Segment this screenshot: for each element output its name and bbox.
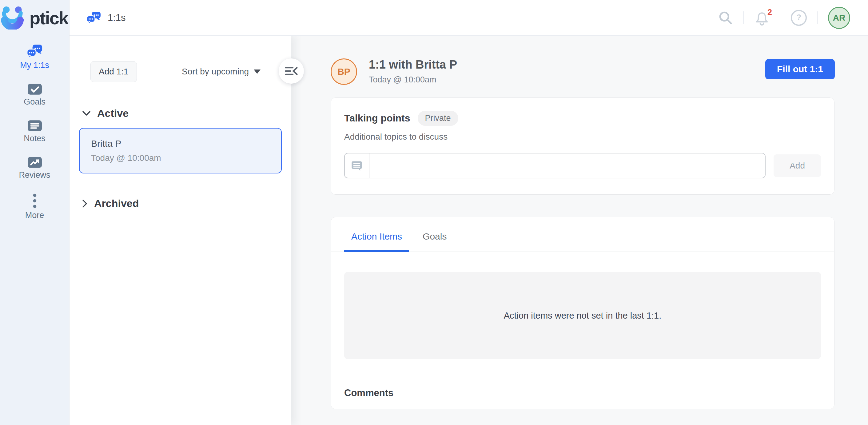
- sidebar-item-label: More: [25, 211, 44, 220]
- action-items-empty-message: Action items were not set in the last 1:…: [504, 310, 661, 321]
- action-items-empty-state: Action items were not set in the last 1:…: [344, 272, 821, 359]
- sidebar-nav: My 1:1s Goals Notes: [0, 35, 69, 220]
- add-talking-point-button[interactable]: Add: [774, 154, 821, 177]
- uptick-logo[interactable]: ptick: [0, 0, 69, 35]
- talking-points-subtitle: Additional topics to discuss: [344, 132, 821, 142]
- meeting-name: Britta P: [91, 138, 281, 149]
- meeting-person-initials: BP: [337, 66, 350, 77]
- tabs-bar: Action Items Goals: [331, 217, 834, 252]
- active-section-toggle[interactable]: Active: [83, 107, 291, 119]
- archived-section-toggle[interactable]: Archived: [83, 197, 291, 209]
- sidebar-item-more[interactable]: More: [0, 193, 69, 220]
- talking-points-title-row: Talking points Private: [344, 111, 821, 126]
- chat-bubbles-icon: [27, 44, 43, 58]
- search-icon[interactable]: [718, 10, 733, 25]
- sidebar-item-reviews[interactable]: Reviews: [0, 157, 69, 180]
- sort-dropdown[interactable]: Sort by upcoming: [182, 67, 260, 76]
- notes-icon: [28, 120, 42, 131]
- sidebar-item-label: Goals: [24, 97, 45, 107]
- topbar-divider: [743, 11, 744, 24]
- tab-goals[interactable]: Goals: [415, 231, 454, 252]
- goals-check-icon: [28, 84, 42, 95]
- caret-down-icon: [254, 69, 260, 74]
- uptick-logo-u-icon: [1, 6, 28, 30]
- meeting-time: Today @ 10:00am: [91, 153, 281, 163]
- meeting-title: 1:1 with Britta P: [369, 59, 457, 71]
- talking-points-input-row: Add: [344, 153, 821, 178]
- private-badge: Private: [418, 111, 458, 126]
- comments-heading: Comments: [344, 388, 834, 398]
- uptick-logo-text: ptick: [30, 9, 68, 27]
- reviews-trend-icon: [28, 157, 42, 168]
- meeting-person-avatar: BP: [331, 59, 357, 85]
- sidebar-item-label: Notes: [24, 134, 45, 143]
- add-1-1-button[interactable]: Add 1:1: [90, 61, 137, 82]
- app-root: ptick My 1:1s: [0, 0, 868, 425]
- meeting-header: BP 1:1 with Britta P Today @ 10:00am Fil…: [331, 59, 835, 85]
- page-title-text: 1:1s: [107, 12, 126, 23]
- chevron-down-icon: [83, 111, 90, 116]
- sort-dropdown-label: Sort by upcoming: [182, 67, 249, 76]
- page-title: 1:1s: [87, 12, 126, 24]
- meeting-subtitle: Today @ 10:00am: [369, 75, 457, 85]
- meeting-list-item[interactable]: Britta P Today @ 10:00am: [79, 128, 282, 173]
- user-avatar-initials: AR: [833, 13, 845, 23]
- comment-bubble-icon: [351, 160, 363, 172]
- talking-point-input-wrap: [344, 153, 766, 178]
- sidebar-item-goals[interactable]: Goals: [0, 84, 69, 107]
- topbar-divider: [817, 11, 817, 24]
- talking-points-card: Talking points Private Additional topics…: [331, 97, 835, 195]
- topbar-actions: 2 ? AR: [718, 7, 850, 29]
- collapse-panel-button[interactable]: [279, 59, 304, 84]
- main-content: BP 1:1 with Britta P Today @ 10:00am Fil…: [291, 35, 868, 425]
- sidebar-item-notes[interactable]: Notes: [0, 120, 69, 143]
- collapse-panel-icon: [285, 66, 298, 76]
- chevron-right-icon: [83, 200, 87, 207]
- talking-point-input-icon-cell: [345, 154, 369, 178]
- topbar: 1:1s 2 ? AR: [69, 0, 868, 36]
- archived-section-label: Archived: [94, 197, 139, 209]
- panel-toolbar: Add 1:1 Sort by upcoming: [90, 61, 260, 82]
- notifications-bell-icon[interactable]: 2: [754, 10, 770, 26]
- talking-points-title: Talking points: [344, 112, 410, 124]
- fill-out-1-1-button[interactable]: Fill out 1:1: [765, 59, 835, 79]
- sidebar-item-my-1-1s[interactable]: My 1:1s: [0, 44, 69, 70]
- meeting-header-titles: 1:1 with Britta P Today @ 10:00am: [369, 59, 457, 85]
- tab-action-items[interactable]: Action Items: [344, 231, 409, 252]
- topbar-divider: [780, 11, 780, 24]
- one-on-one-list-panel: Add 1:1 Sort by upcoming Active: [69, 35, 291, 425]
- more-ellipsis-icon: [33, 193, 37, 208]
- chat-bubbles-icon: [87, 12, 101, 24]
- action-items-card: Action Items Goals Action items were not…: [331, 217, 835, 409]
- active-section-label: Active: [97, 107, 129, 119]
- sidebar-item-label: My 1:1s: [20, 61, 49, 70]
- sidebar-item-label: Reviews: [19, 170, 50, 180]
- sidebar: ptick My 1:1s: [0, 0, 69, 425]
- help-glyph: ?: [796, 13, 802, 23]
- user-avatar[interactable]: AR: [828, 7, 850, 29]
- notification-count-badge: 2: [767, 8, 773, 17]
- talking-point-input[interactable]: [369, 154, 765, 178]
- help-icon[interactable]: ?: [791, 10, 807, 26]
